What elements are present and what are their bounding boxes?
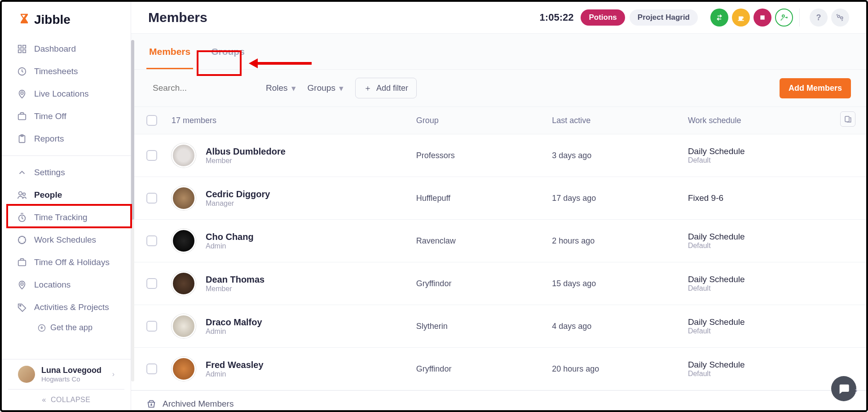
member-schedule: Daily Schedule (688, 232, 851, 242)
add-filter-button[interactable]: ＋ Add filter (355, 78, 417, 98)
row-checkbox[interactable] (146, 193, 157, 204)
chevron-right-icon[interactable]: › (855, 385, 864, 394)
sidebar-item-get-app[interactable]: Get the app (2, 319, 131, 337)
plus-icon: ＋ (364, 83, 372, 93)
clipboard-icon (17, 134, 27, 144)
tab-groups[interactable]: Groups (208, 34, 247, 69)
timer-icon (17, 213, 27, 222)
sidebar-item-time-off-holidays[interactable]: Time Off & Holidays (2, 251, 131, 274)
chevron-right-icon: › (112, 370, 115, 378)
member-schedule: Daily Schedule (688, 317, 851, 327)
sidebar-item-label: Time Off & Holidays (34, 257, 110, 267)
sidebar-item-time-off[interactable]: Time Off (2, 105, 131, 128)
sidebar-item-work-schedules[interactable]: Work Schedules (2, 229, 131, 251)
get-app-label: Get the app (50, 323, 93, 332)
tab-members[interactable]: Members (146, 34, 193, 69)
break-button[interactable] (732, 9, 750, 27)
add-filter-label: Add filter (376, 84, 408, 93)
avatar (172, 357, 196, 381)
member-schedule-sub: Default (688, 242, 851, 250)
clock-in-button[interactable] (710, 9, 728, 27)
sidebar-item-label: Work Schedules (34, 235, 96, 245)
member-role: Manager (206, 199, 270, 208)
org-switcher-button[interactable] (831, 9, 849, 27)
avatar (172, 314, 196, 338)
sidebar-item-label: Timesheets (34, 66, 78, 76)
filter-groups[interactable]: Groups ▾ (308, 83, 344, 93)
row-checkbox[interactable] (146, 235, 157, 246)
member-role: Admin (206, 370, 264, 378)
archived-members[interactable]: Archived Members (131, 390, 866, 412)
member-group: Slytherin (416, 322, 552, 331)
user-menu[interactable]: Luna Lovegood Hogwarts Co › (8, 359, 124, 389)
scrollbar-thumb[interactable] (131, 40, 134, 220)
pin-icon (17, 89, 27, 99)
member-name: Draco Malfoy (206, 317, 262, 328)
add-members-button[interactable]: Add Members (780, 78, 851, 98)
table-row[interactable]: Dean ThomasMemberGryffindor15 days agoDa… (131, 262, 866, 305)
sidebar-item-settings[interactable]: Settings (2, 161, 131, 184)
sidebar-item-activities-projects[interactable]: Activities & Projects (2, 296, 131, 319)
collapse-button[interactable]: « COLLAPSE (8, 389, 124, 410)
column-members-count: 17 members (172, 116, 416, 125)
collapse-label: COLLAPSE (51, 396, 90, 403)
member-role: Member (206, 157, 286, 165)
logo[interactable]: Jibble (2, 2, 131, 36)
sidebar-item-reports[interactable]: Reports (2, 128, 131, 150)
swap-icon (715, 13, 724, 22)
svg-rect-0 (18, 45, 21, 48)
topbar: Members 1:05:22 Potions Project Hagrid ? (131, 2, 866, 34)
stop-button[interactable] (753, 9, 771, 27)
clock-out-button[interactable] (775, 9, 793, 27)
member-role: Admin (206, 328, 262, 336)
avatar (172, 271, 196, 296)
select-all-checkbox[interactable] (146, 115, 157, 126)
table-row[interactable]: Albus DumbledoreMemberProfessors3 days a… (131, 134, 866, 177)
sidebar-item-time-tracking[interactable]: Time Tracking (2, 206, 131, 229)
person-out-icon (780, 13, 789, 22)
table-row[interactable]: Fred WeasleyAdminGryffindor20 hours agoD… (131, 348, 866, 390)
filter-groups-label: Groups (308, 83, 335, 93)
filter-roles[interactable]: Roles ▾ (266, 83, 296, 93)
svg-rect-22 (845, 116, 849, 122)
chevron-down-icon: ▾ (291, 83, 296, 93)
row-checkbox[interactable] (146, 363, 157, 374)
sidebar-item-dashboard[interactable]: Dashboard (2, 38, 131, 60)
page-title: Members (148, 10, 207, 25)
table-row[interactable]: Cedric DiggoryManagerHufflepuff17 days a… (131, 177, 866, 220)
svg-rect-6 (18, 114, 26, 120)
table-row[interactable]: Cho ChangAdminRavenclaw2 hours agoDaily … (131, 220, 866, 262)
svg-rect-13 (18, 260, 26, 266)
table-row[interactable]: Draco MalfoyAdminSlytherin4 days agoDail… (131, 305, 866, 348)
row-checkbox[interactable] (146, 321, 157, 332)
member-schedule: Daily Schedule (688, 360, 851, 370)
chat-button[interactable] (831, 376, 856, 401)
sidebar-item-live-locations[interactable]: Live Locations (2, 83, 131, 105)
member-schedule-sub: Default (688, 156, 851, 164)
nav: DashboardTimesheetsLive LocationsTime Of… (2, 36, 131, 359)
briefcase-icon (17, 111, 27, 121)
member-last-active: 3 days ago (552, 151, 688, 160)
row-checkbox[interactable] (146, 150, 157, 161)
sidebar-item-timesheets[interactable]: Timesheets (2, 60, 131, 83)
sidebar-item-label: Locations (34, 280, 70, 290)
chevron-down-icon: ▾ (339, 83, 344, 93)
search-input[interactable] (153, 83, 259, 93)
sidebar-item-people[interactable]: People (2, 184, 131, 206)
help-button[interactable]: ? (810, 9, 828, 27)
search-box[interactable] (146, 83, 254, 93)
avatar (172, 229, 196, 253)
dashboard-icon (17, 44, 27, 54)
people-switch-icon (836, 13, 845, 22)
svg-point-9 (19, 192, 22, 195)
pill-project[interactable]: Project Hagrid (630, 9, 698, 26)
filter-roles-label: Roles (266, 83, 288, 93)
pill-activity[interactable]: Potions (581, 9, 625, 26)
tabs: Members Groups (146, 34, 851, 69)
row-checkbox[interactable] (146, 278, 157, 289)
export-button[interactable] (840, 111, 855, 127)
filter-row: Roles ▾ Groups ▾ ＋ Add filter Add Member… (131, 70, 866, 106)
sidebar-item-label: Time Off (34, 111, 66, 121)
stop-icon (759, 14, 766, 21)
sidebar-item-locations[interactable]: Locations (2, 274, 131, 296)
